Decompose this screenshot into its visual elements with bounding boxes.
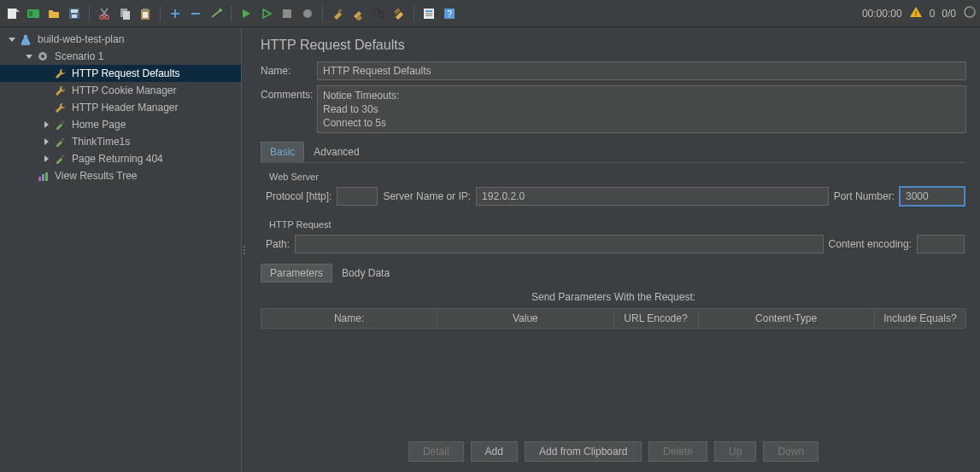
svg-rect-0	[8, 9, 16, 19]
expand-icon[interactable]	[166, 4, 185, 23]
params-table[interactable]: Name: Value URL Encode? Content-Type Inc…	[261, 308, 966, 329]
svg-rect-43	[61, 120, 65, 125]
tree-node[interactable]: Page Returning 404	[0, 150, 241, 167]
add-button[interactable]: Add	[471, 441, 518, 462]
server-label: Server Name or IP:	[383, 190, 471, 202]
save-icon[interactable]	[65, 4, 84, 23]
encoding-label: Content encoding:	[829, 238, 912, 250]
elapsed-time: 00:00:00	[862, 8, 902, 20]
svg-rect-24	[337, 9, 343, 14]
path-input[interactable]	[295, 235, 824, 253]
paste-icon[interactable]	[136, 4, 155, 23]
col-url-encode[interactable]: URL Encode?	[613, 309, 698, 329]
start-no-timers-icon[interactable]	[257, 4, 276, 23]
tree-node[interactable]: View Results Tree	[0, 167, 241, 184]
comments-label: Comments:	[261, 85, 312, 101]
copy-icon[interactable]	[115, 4, 134, 23]
warning-icon[interactable]: !	[909, 5, 923, 21]
add-clipboard-button[interactable]: Add from Clipboard	[525, 441, 642, 462]
dropper-icon	[53, 152, 67, 166]
up-button[interactable]: Up	[714, 441, 756, 462]
col-value[interactable]: Value	[437, 309, 613, 329]
collapse-icon[interactable]	[186, 4, 205, 23]
chevron-right-icon	[41, 102, 51, 113]
wrench-icon	[53, 101, 67, 114]
search-icon[interactable]	[369, 4, 388, 23]
svg-marker-38	[9, 38, 15, 42]
cut-icon[interactable]	[95, 4, 114, 23]
path-label: Path:	[266, 238, 290, 250]
dropper-icon	[53, 118, 67, 131]
test-plan-tree[interactable]: build-web-test-planScenario 1HTTP Reques…	[0, 27, 242, 472]
editor-panel: HTTP Request Defaults Name: Comments: Ba…	[247, 27, 980, 472]
clear-icon[interactable]	[328, 4, 347, 23]
tab-advanced[interactable]: Advanced	[304, 142, 368, 162]
delete-button[interactable]: Delete	[648, 441, 707, 462]
tree-node[interactable]: HTTP Header Manager	[0, 99, 241, 116]
chevron-right-icon[interactable]	[41, 119, 51, 130]
chevron-right-icon[interactable]	[41, 137, 51, 147]
tab-body-data[interactable]: Body Data	[332, 264, 399, 283]
detail-button[interactable]: Detail	[408, 441, 464, 462]
col-content-type[interactable]: Content-Type	[698, 309, 874, 329]
reset-search-icon[interactable]	[390, 4, 408, 23]
param-tabs: Parameters Body Data	[261, 264, 966, 283]
stop-icon[interactable]	[278, 4, 296, 23]
protocol-input[interactable]	[337, 187, 378, 206]
col-include-equals[interactable]: Include Equals?	[874, 309, 965, 329]
open-icon[interactable]	[44, 4, 63, 23]
param-buttons: Detail Add Add from Clipboard Delete Up …	[261, 433, 966, 465]
tree-node[interactable]: build-web-test-plan	[0, 31, 241, 48]
chevron-down-icon[interactable]	[7, 34, 17, 44]
chevron-right-icon[interactable]	[41, 154, 51, 164]
svg-rect-15	[143, 12, 148, 18]
tab-basic[interactable]: Basic	[261, 142, 304, 162]
svg-rect-32	[425, 15, 432, 16]
tree-node-label: Home Page	[72, 119, 126, 131]
svg-marker-21	[263, 9, 271, 18]
shutdown-icon[interactable]	[298, 4, 317, 23]
svg-point-23	[303, 9, 312, 18]
svg-rect-48	[38, 177, 41, 181]
svg-marker-46	[44, 155, 49, 162]
chevron-right-icon	[24, 171, 34, 181]
svg-rect-12	[123, 11, 130, 20]
params-body[interactable]	[261, 329, 966, 433]
server-name-input[interactable]	[476, 187, 829, 206]
port-input[interactable]	[900, 187, 965, 206]
tree-node[interactable]: Scenario 1	[0, 48, 241, 65]
svg-text:!: !	[914, 9, 917, 18]
svg-rect-31	[425, 13, 432, 15]
start-icon[interactable]	[237, 4, 255, 23]
col-name[interactable]: Name:	[261, 309, 437, 329]
help-icon[interactable]: ?	[440, 4, 459, 23]
wrench-icon	[53, 67, 67, 80]
name-label: Name:	[261, 61, 312, 77]
templates-icon[interactable]	[24, 4, 43, 23]
chevron-down-icon[interactable]	[24, 51, 34, 61]
svg-point-19	[219, 9, 222, 12]
warning-count: 0	[930, 8, 936, 20]
tree-node[interactable]: HTTP Cookie Manager	[0, 82, 241, 99]
tree-node-label: ThinkTime1s	[72, 136, 130, 148]
svg-rect-14	[143, 9, 148, 11]
tree-node[interactable]: HTTP Request Defaults	[0, 65, 241, 82]
tree-node-label: Page Returning 404	[72, 153, 163, 165]
panel-title: HTTP Request Defaults	[261, 38, 966, 53]
svg-rect-30	[425, 10, 432, 12]
config-tabs: Basic Advanced	[261, 142, 966, 163]
name-input[interactable]	[317, 61, 966, 80]
encoding-input[interactable]	[917, 235, 965, 253]
tree-node[interactable]: ThinkTime1s	[0, 133, 241, 150]
comments-input[interactable]	[317, 85, 966, 133]
svg-rect-47	[61, 154, 65, 159]
thread-count: 0/0	[942, 8, 956, 20]
function-helper-icon[interactable]	[420, 4, 438, 23]
clear-all-icon[interactable]	[349, 4, 367, 23]
new-icon[interactable]	[3, 4, 22, 23]
down-button[interactable]: Down	[763, 441, 819, 462]
svg-marker-39	[26, 55, 32, 59]
toggle-icon[interactable]	[207, 4, 226, 23]
tree-node[interactable]: Home Page	[0, 116, 241, 133]
tab-parameters[interactable]: Parameters	[261, 264, 332, 283]
